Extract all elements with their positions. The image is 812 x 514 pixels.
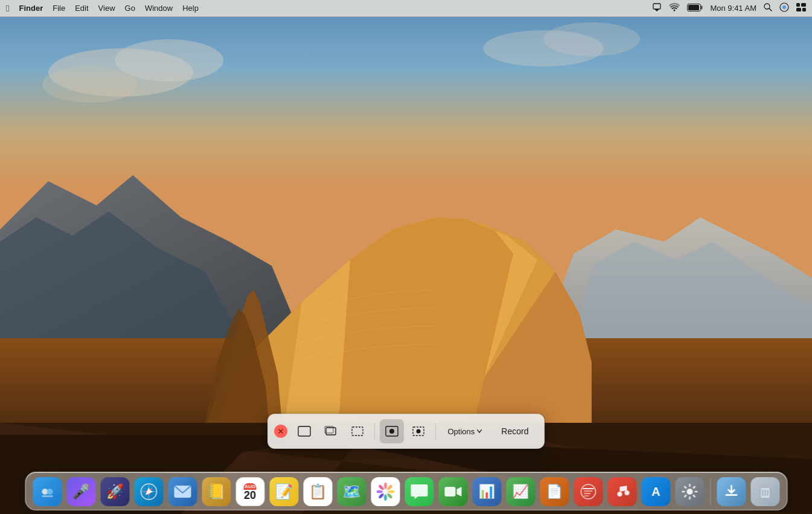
dock-item-messages[interactable]	[403, 476, 435, 507]
svg-point-54	[388, 490, 394, 493]
menubar-finder[interactable]: Finder	[19, 4, 43, 13]
svg-point-56	[384, 495, 387, 501]
airplay-icon[interactable]	[652, 3, 662, 13]
svg-point-68	[617, 492, 622, 496]
capture-selection-button[interactable]	[345, 419, 369, 443]
svg-rect-80	[725, 494, 737, 496]
menubar:  Finder File Edit View Go Window Help	[0, 0, 812, 17]
menubar-time: Mon 9:41 AM	[710, 4, 756, 13]
menubar-right: Mon 9:41 AM	[652, 2, 806, 14]
record-selection-button[interactable]	[406, 419, 430, 443]
svg-point-43	[46, 489, 53, 495]
dock-item-photos[interactable]	[369, 476, 401, 507]
dock-item-news[interactable]	[572, 476, 604, 507]
svg-text:A: A	[651, 485, 660, 498]
dock-item-reminders[interactable]: 📋	[302, 476, 333, 507]
svg-rect-44	[42, 495, 53, 497]
dock-item-keynote[interactable]: 📊	[471, 476, 502, 507]
dock-item-launchpad[interactable]: 🚀	[99, 476, 130, 507]
svg-point-3	[42, 66, 139, 103]
svg-point-41	[416, 429, 420, 434]
menubar-view[interactable]: View	[98, 4, 115, 13]
dock-item-mail[interactable]	[167, 476, 198, 507]
dock-item-numbers[interactable]: 📈	[505, 476, 536, 507]
svg-line-79	[684, 495, 686, 498]
svg-rect-83	[762, 484, 767, 487]
capture-fullscreen-button[interactable]	[292, 419, 316, 443]
toolbar-divider-2	[435, 423, 436, 440]
dock-item-facetime[interactable]	[437, 476, 468, 507]
dock-item-notes[interactable]: 📝	[268, 476, 299, 507]
svg-point-69	[624, 490, 629, 495]
svg-line-25	[769, 8, 772, 11]
svg-line-77	[693, 495, 695, 498]
svg-marker-62	[456, 487, 461, 496]
svg-point-58	[376, 490, 382, 493]
menubar-window[interactable]: Window	[145, 4, 173, 13]
record-button[interactable]: Record	[491, 423, 538, 440]
dock-item-sysprefs[interactable]	[674, 476, 705, 507]
dock-container: 🎤 🚀	[25, 472, 787, 510]
svg-rect-22	[701, 5, 703, 9]
menubar-file[interactable]: File	[53, 4, 65, 13]
svg-line-78	[693, 486, 695, 489]
svg-point-60	[383, 489, 388, 494]
toolbar-divider	[374, 423, 375, 440]
dock-item-maps[interactable]: 🗺️	[336, 476, 367, 507]
dock-item-siri[interactable]: 🎤	[65, 476, 97, 507]
svg-point-52	[384, 483, 387, 489]
chevron-down-icon	[477, 429, 482, 433]
dock: 🎤 🚀	[25, 472, 787, 510]
svg-rect-29	[801, 3, 806, 7]
battery-icon[interactable]	[687, 4, 703, 13]
svg-rect-37	[352, 427, 363, 435]
menubar-go[interactable]: Go	[125, 4, 135, 13]
svg-rect-31	[802, 8, 806, 11]
search-icon[interactable]	[764, 3, 772, 13]
dock-item-finder[interactable]	[31, 476, 63, 507]
options-label: Options	[448, 427, 475, 436]
dock-item-calendar[interactable]: AUG 20	[234, 476, 266, 507]
dock-item-safari[interactable]	[133, 476, 164, 507]
menubar-edit[interactable]: Edit	[75, 4, 88, 13]
svg-marker-20	[654, 9, 659, 11]
svg-point-63	[581, 484, 595, 499]
capture-window-button[interactable]	[319, 419, 343, 443]
dock-item-downloads[interactable]	[715, 476, 747, 507]
svg-rect-28	[796, 3, 800, 7]
dock-item-music[interactable]	[606, 476, 638, 507]
svg-rect-34	[298, 426, 310, 436]
menubar-help[interactable]: Help	[182, 4, 199, 13]
wifi-icon[interactable]	[669, 3, 680, 13]
record-fullscreen-button[interactable]	[380, 419, 404, 443]
svg-line-76	[684, 486, 686, 489]
svg-point-39	[389, 429, 394, 434]
record-label: Record	[501, 426, 528, 436]
svg-rect-23	[688, 5, 699, 10]
svg-point-27	[782, 5, 786, 9]
svg-rect-61	[444, 487, 455, 496]
svg-rect-19	[653, 4, 660, 9]
control-center-icon[interactable]	[796, 3, 806, 13]
dock-item-trash[interactable]	[749, 476, 781, 507]
dock-item-pages[interactable]: 📄	[539, 476, 570, 507]
svg-point-71	[686, 489, 692, 495]
close-button[interactable]	[274, 425, 287, 438]
screenshot-toolbar: Options Record	[267, 414, 545, 449]
svg-point-5	[543, 22, 640, 56]
menubar-left:  Finder File Edit View Go Window Help	[6, 3, 199, 13]
svg-rect-35	[326, 428, 336, 435]
dock-separator	[710, 478, 711, 505]
svg-rect-30	[796, 8, 801, 11]
apple-menu[interactable]: 	[6, 3, 9, 13]
dock-item-contacts[interactable]: 📒	[200, 476, 232, 507]
siri-icon[interactable]	[779, 2, 789, 14]
options-button[interactable]: Options	[441, 423, 490, 440]
dock-item-appstore[interactable]: A	[640, 476, 671, 507]
